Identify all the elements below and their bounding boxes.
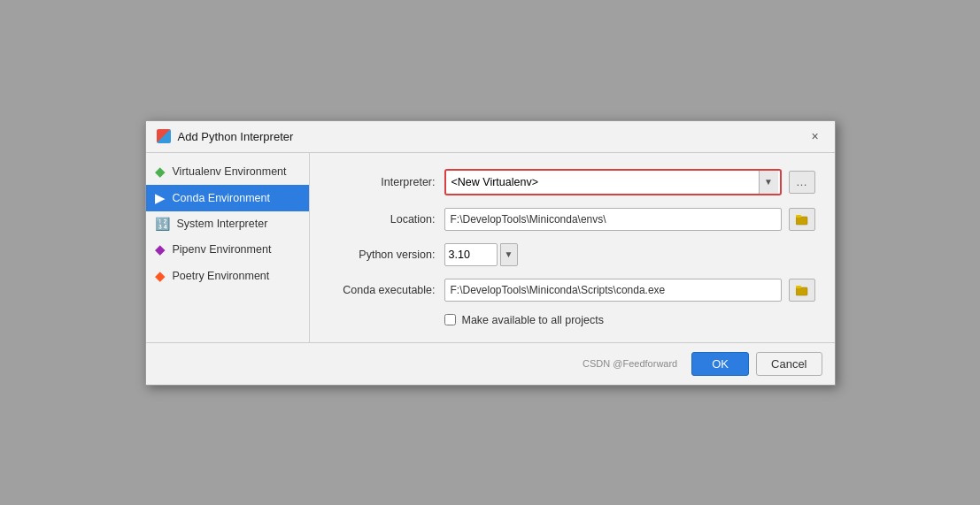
virtualenv-icon: ◆ [155,164,166,180]
poetry-icon: ◆ [155,268,166,284]
interpreter-select[interactable]: <New Virtualenv> [446,171,759,194]
svg-rect-3 [796,286,801,288]
main-content: Interpreter: <New Virtualenv> ▼ … Locati… [310,153,835,342]
conda-executable-row: Conda executable: [329,279,815,302]
ok-button[interactable]: OK [691,352,749,376]
location-browse-button[interactable] [789,208,815,231]
conda-executable-label: Conda executable: [329,284,444,296]
sidebar-item-label: System Interpreter [177,218,268,230]
pipenv-icon: ◆ [155,241,166,257]
dialog-footer: CSDN @Feedforward OK Cancel [146,342,835,385]
sidebar-item-label: Pipenv Environment [173,243,272,256]
sidebar-item-system[interactable]: 🔢 System Interpreter [146,211,309,236]
sidebar-item-virtualenv[interactable]: ◆ Virtualenv Environment [146,158,309,185]
make-available-label: Make available to all projects [462,314,605,326]
folder-icon [796,213,808,226]
location-label: Location: [329,213,444,226]
make-available-row: Make available to all projects [444,314,815,326]
sidebar-item-label: Virtualenv Environment [173,165,287,178]
location-control [444,208,815,231]
sidebar-item-label: Poetry Environment [173,270,270,282]
conda-executable-browse-button[interactable] [789,279,815,302]
svg-rect-2 [796,287,807,295]
version-select-wrap: 3.10 3.9 3.8 3.7 ▼ [444,243,518,266]
folder-icon-2 [796,284,808,296]
system-icon: 🔢 [155,217,170,231]
python-version-select[interactable]: 3.10 3.9 3.8 3.7 [444,243,498,266]
interpreter-control: <New Virtualenv> ▼ … [444,169,815,195]
interpreter-label: Interpreter: [329,176,444,188]
svg-rect-1 [796,215,801,218]
make-available-checkbox[interactable] [444,314,456,325]
interpreter-row: Interpreter: <New Virtualenv> ▼ … [329,169,815,195]
sidebar-item-conda[interactable]: ▶ Conda Environment [146,185,309,211]
conda-executable-control [444,279,815,302]
conda-executable-input[interactable] [444,279,782,302]
sidebar-item-pipenv[interactable]: ◆ Pipenv Environment [146,236,309,263]
location-row: Location: [329,208,815,231]
title-bar: Add Python Interpreter × [146,121,835,153]
close-button[interactable]: × [806,127,824,145]
title-bar-left: Add Python Interpreter [157,129,294,143]
sidebar-item-poetry[interactable]: ◆ Poetry Environment [146,263,309,289]
location-input[interactable] [444,208,782,231]
interpreter-dropdown-arrow: ▼ [759,171,778,194]
dialog-body: ◆ Virtualenv Environment ▶ Conda Environ… [146,153,835,342]
sidebar-item-label: Conda Environment [173,192,270,204]
sidebar: ◆ Virtualenv Environment ▶ Conda Environ… [146,153,310,342]
interpreter-browse-button[interactable]: … [789,171,815,194]
python-version-control: 3.10 3.9 3.8 3.7 ▼ [444,243,815,266]
python-version-label: Python version: [329,249,444,261]
watermark: CSDN @Feedforward [583,358,677,369]
conda-icon: ▶ [155,190,166,206]
python-version-row: Python version: 3.10 3.9 3.8 3.7 ▼ [329,243,815,266]
cancel-button[interactable]: Cancel [756,352,822,376]
add-python-interpreter-dialog: Add Python Interpreter × ◆ Virtualenv En… [145,120,836,386]
app-icon [157,129,171,143]
svg-rect-0 [796,217,807,225]
version-dropdown-arrow: ▼ [500,243,518,266]
interpreter-dropdown-wrapper: <New Virtualenv> ▼ [444,169,782,195]
dialog-title: Add Python Interpreter [178,130,294,143]
